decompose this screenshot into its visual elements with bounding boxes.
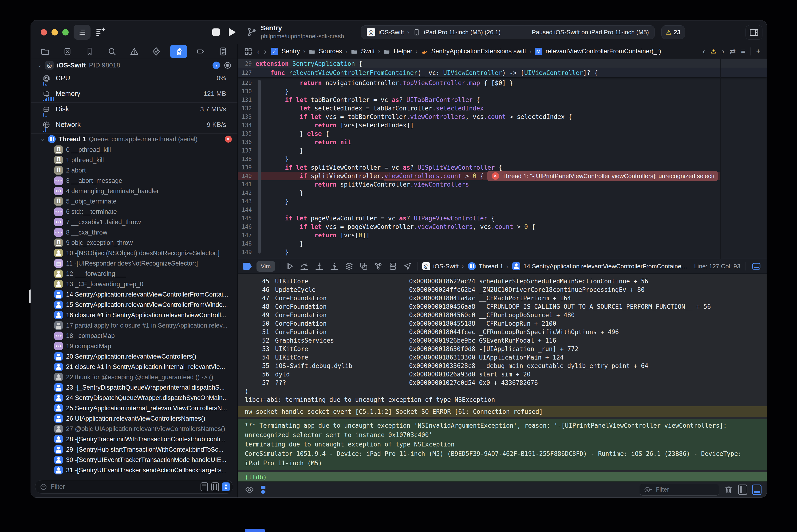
stack-frame-row[interactable]: 26 UIApplication.relevantViewControllers… — [31, 413, 238, 424]
toggle-inspector-button[interactable] — [745, 25, 762, 40]
tab-test-navigator[interactable] — [148, 45, 165, 58]
stop-button[interactable] — [212, 28, 220, 36]
debug-scheme-crumb[interactable]: ◎ iOS-Swift› — [422, 262, 463, 270]
code-line[interactable]: 131 if let tabBarController = vc as? UIT… — [238, 96, 720, 104]
line-number[interactable]: 129 — [238, 80, 256, 86]
previous-issue-button[interactable]: ‹ — [703, 47, 705, 56]
code-line[interactable]: 132 let selectedIndex = tabBarController… — [238, 104, 720, 113]
gauge-circle-icon[interactable] — [223, 61, 232, 70]
line-number[interactable]: 139 — [238, 164, 256, 171]
simulate-location-button[interactable] — [403, 262, 412, 271]
stack-frame-row[interactable]: 31 -[SentryUIEventTracker sendActionCall… — [31, 465, 238, 475]
stack-frame-row[interactable]: 5 _objc_terminate — [31, 196, 238, 207]
step-into-button[interactable] — [314, 262, 325, 271]
line-number[interactable]: 134 — [238, 122, 256, 129]
filter-toggle-columns-icon[interactable] — [211, 482, 219, 491]
stack-frame-row[interactable]: 23 -[_SentryDispatchQueueWrapperInternal… — [31, 382, 238, 393]
stack-frame-row[interactable]: 12 ___forwarding___ — [31, 269, 238, 279]
console-filter-input[interactable]: Filter — [640, 484, 719, 496]
stack-frame-row[interactable]: 7 __cxxabiv1::failed_throw — [31, 217, 238, 227]
gauge-row-disk[interactable]: Disk 3,7 MB/s — [31, 103, 238, 118]
line-number[interactable]: 144 — [238, 207, 256, 213]
breadcrumb-symbol[interactable]: M relevantViewControllerFromContainer(_:… — [535, 48, 661, 55]
gauge-row-network[interactable]: Network 9 KB/s — [31, 118, 238, 134]
line-number[interactable]: 132 — [238, 105, 256, 112]
focus-ribbon[interactable] — [258, 80, 261, 253]
line-number[interactable]: 146 — [238, 224, 256, 230]
warnings-badge[interactable]: ⚠ 23 — [661, 25, 685, 39]
code-line[interactable]: 129 return navigationController.topViewC… — [238, 79, 720, 87]
code-line[interactable]: 134 return [vcs[selectedIndex]] — [238, 121, 720, 130]
breakpoints-toggle-icon[interactable] — [243, 263, 252, 270]
toggle-variables-view-icon[interactable] — [738, 484, 747, 495]
source-editor[interactable]: 29extension SentryApplication { 127 func… — [238, 59, 767, 259]
stack-frame-row[interactable]: 1 pthread_kill — [31, 155, 238, 165]
code-line[interactable]: 143 } — [238, 197, 720, 206]
run-button[interactable] — [229, 28, 236, 36]
stack-frame-row[interactable]: 17 partial apply for closure #1 in Sentr… — [31, 320, 238, 330]
add-editor-button[interactable]: + — [756, 47, 761, 56]
tab-debug-navigator[interactable] — [170, 45, 187, 58]
stack-frame-row[interactable]: 16 closure #1 in SentryApplication.relev… — [31, 310, 238, 320]
stack-frame-row[interactable]: 11 -[UIResponder doesNotRecognizeSelecto… — [31, 258, 238, 269]
process-row[interactable]: ⌄ ◎ iOS-Swift PID 98018 i — [31, 59, 238, 72]
lldb-prompt[interactable]: (lldb) — [238, 472, 767, 481]
line-number[interactable]: 136 — [238, 139, 256, 146]
tab-project-navigator[interactable] — [36, 45, 54, 58]
stack-frame-row[interactable]: 15 SentryApplication.relevantViewControl… — [31, 300, 238, 310]
toggle-navigator-button[interactable] — [74, 25, 91, 40]
go-forward-button[interactable]: › — [264, 47, 266, 56]
tab-issue-navigator[interactable] — [126, 45, 143, 58]
line-number[interactable]: 138 — [238, 156, 256, 163]
code-line[interactable]: 136 return nil — [238, 138, 720, 146]
tab-source-control-navigator[interactable] — [59, 45, 76, 58]
related-items-grid-icon[interactable] — [244, 47, 253, 56]
vim-mode-badge[interactable]: Vim — [257, 261, 275, 272]
code-line[interactable]: 149 } — [238, 248, 720, 256]
debug-memory-graph-button[interactable] — [359, 262, 369, 271]
adjust-editor-icon[interactable]: ≡ — [741, 47, 745, 56]
debug-console[interactable]: 45 UIKitCore 0x000000018622ac24 schedule… — [238, 274, 767, 481]
line-number[interactable]: 140 — [238, 173, 256, 179]
line-number[interactable]: 131 — [238, 97, 256, 103]
debug-frame-crumb[interactable]: 14 SentryApplication.relevantViewControl… — [512, 262, 689, 270]
line-number[interactable]: 147 — [238, 232, 256, 239]
stack-frame-row[interactable]: 25 SentryApplication.internal_relevantVi… — [31, 403, 238, 413]
line-number[interactable]: 149 — [238, 249, 256, 255]
toggle-console-view-icon[interactable] — [752, 484, 761, 495]
code-line[interactable]: 145 if let pageViewController = vc as? U… — [238, 214, 720, 223]
info-icon[interactable]: i — [212, 61, 220, 69]
line-number[interactable]: 142 — [238, 190, 256, 196]
minimize-window-button[interactable] — [52, 29, 58, 36]
toggle-console-button[interactable] — [751, 261, 761, 271]
close-window-button[interactable] — [41, 29, 47, 36]
breadcrumb-file[interactable]: SentryApplicationExtensions.swift› — [421, 48, 531, 55]
stack-frame-row[interactable]: 20 SentryApplication.relevantviewControl… — [31, 351, 238, 362]
stack-frame-row[interactable]: 21 closure #1 in SentryApplication.inter… — [31, 362, 238, 372]
activity-status[interactable]: Paused iOS-Swift on iPad Pro 11-inch (M5… — [532, 28, 649, 36]
tab-find-navigator[interactable] — [103, 45, 121, 58]
stack-frame-row[interactable]: 29 -[SentryHub startTransactionWithConte… — [31, 444, 238, 455]
go-back-button[interactable]: ‹ — [257, 47, 260, 56]
line-number[interactable]: 148 — [238, 241, 256, 247]
code-line[interactable]: 144 — [238, 206, 720, 214]
code-line[interactable]: 147 return [vcs[0]] — [238, 231, 720, 240]
issue-warning-icon[interactable]: ⚠ — [710, 47, 717, 55]
breadcrumb-sources[interactable]: Sources› — [309, 48, 347, 55]
tab-bookmarks-navigator[interactable] — [81, 45, 98, 58]
code-line[interactable]: 141 return splitViewController.viewContr… — [238, 180, 720, 189]
filter-toggle-crashed-icon[interactable] — [201, 482, 208, 491]
scheme-selector[interactable]: iOS-Swift — [378, 28, 404, 36]
code-line[interactable]: 140 if splitViewController.viewControlle… — [238, 172, 720, 180]
breadcrumb-helper[interactable]: Helper› — [383, 48, 418, 55]
code-line[interactable]: 135 } else { — [238, 130, 720, 138]
structured-console-toggle-icon[interactable] — [260, 485, 267, 494]
line-number[interactable]: 145 — [238, 215, 256, 222]
tab-report-navigator[interactable] — [215, 45, 232, 58]
disclosure-chevron-icon[interactable]: ⌄ — [40, 136, 45, 142]
next-issue-button[interactable]: › — [722, 47, 724, 56]
eye-icon[interactable] — [245, 485, 254, 494]
tab-breakpoint-navigator[interactable] — [192, 45, 209, 58]
disclosure-chevron-icon[interactable]: ⌄ — [37, 63, 42, 68]
line-number[interactable]: 143 — [238, 198, 256, 205]
